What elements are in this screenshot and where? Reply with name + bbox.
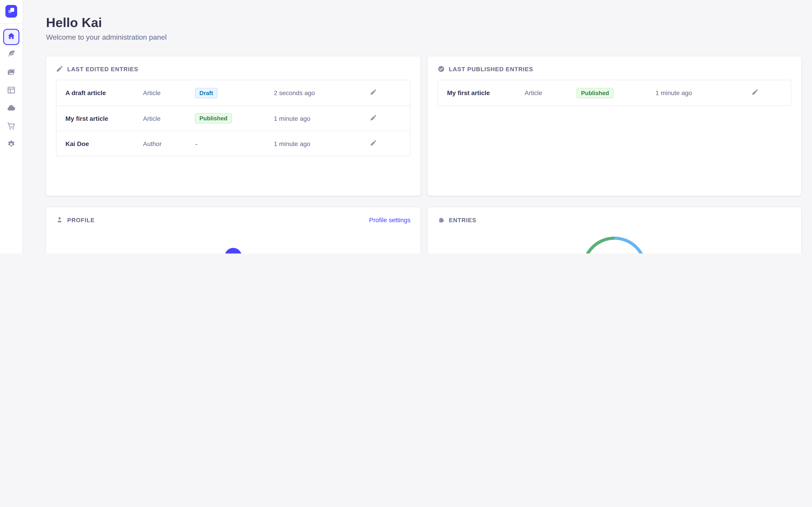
last-published-table: My first article Article Published 1 min… bbox=[438, 80, 791, 106]
page-subtitle: Welcome to your administration panel bbox=[46, 33, 801, 42]
main-content: Hello Kai Welcome to your administration… bbox=[23, 0, 812, 253]
edit-pencil-icon bbox=[370, 139, 376, 148]
entries-chart-card: ENTRIES 3 entries Draft bbox=[428, 207, 801, 253]
edit-entry-button[interactable] bbox=[368, 113, 378, 124]
last-edited-table: A draft article Article Draft 2 seconds … bbox=[56, 80, 410, 156]
entry-name: My first article bbox=[447, 89, 525, 97]
media-icon bbox=[7, 68, 16, 78]
gear-icon bbox=[7, 140, 16, 151]
table-row: My first article Article Published 1 min… bbox=[56, 105, 410, 131]
table-row: A draft article Article Draft 2 seconds … bbox=[56, 80, 410, 105]
entry-type: Article bbox=[143, 115, 195, 122]
sidebar-item-content-manager[interactable] bbox=[2, 46, 20, 64]
edit-entry-button[interactable] bbox=[749, 88, 760, 98]
table-row: My first article Article Published 1 min… bbox=[438, 80, 791, 105]
last-published-entries-card: LAST PUBLISHED ENTRIES My first article … bbox=[428, 56, 801, 195]
profile-card: PROFILE Profile settings KD Kai Doe kai.… bbox=[46, 207, 420, 253]
strapi-logo-icon bbox=[5, 5, 17, 18]
home-icon bbox=[7, 32, 15, 42]
entry-name: Kai Doe bbox=[65, 140, 143, 147]
entry-time: 2 seconds ago bbox=[274, 89, 368, 97]
admin-dashboard: KD Hello Kai Welcome to your administrat… bbox=[0, 0, 812, 253]
entry-name: My first article bbox=[65, 115, 143, 122]
card-header: ENTRIES bbox=[438, 216, 791, 224]
edit-entry-button[interactable] bbox=[368, 138, 378, 149]
edit-pencil-icon bbox=[370, 89, 376, 97]
profile-settings-link[interactable]: Profile settings bbox=[369, 216, 410, 224]
sidebar-item-home[interactable] bbox=[3, 29, 19, 45]
user-icon bbox=[56, 216, 63, 224]
layout-icon bbox=[7, 86, 16, 97]
table-row: Kai Doe Author - 1 minute ago bbox=[56, 131, 410, 156]
card-header: PROFILE Profile settings bbox=[56, 216, 410, 224]
entries-donut: 3 entries bbox=[582, 237, 647, 253]
card-title: PROFILE bbox=[67, 217, 95, 223]
dashboard-grid: LAST EDITED ENTRIES A draft article Arti… bbox=[46, 56, 801, 253]
entry-name: A draft article bbox=[65, 89, 143, 97]
feather-icon bbox=[7, 50, 16, 60]
check-circle-icon bbox=[438, 65, 445, 72]
sidebar-item-settings[interactable] bbox=[2, 136, 20, 154]
cart-icon bbox=[7, 122, 16, 132]
cloud-icon bbox=[7, 104, 16, 114]
donut-chart-wrap: 3 entries Draft Published bbox=[438, 224, 791, 253]
entry-type: Article bbox=[525, 89, 576, 97]
sidebar-item-content-type-builder[interactable] bbox=[2, 82, 20, 100]
workspace-button[interactable] bbox=[5, 6, 17, 17]
sidebar-item-marketplace[interactable] bbox=[2, 118, 20, 136]
profile-body: KD Kai Doe kai.doe@strapi.io SUPER ADMIN bbox=[56, 224, 410, 253]
card-header: LAST PUBLISHED ENTRIES bbox=[438, 65, 791, 72]
pencil-icon bbox=[56, 65, 63, 72]
entry-time: 1 minute ago bbox=[274, 140, 368, 147]
edit-pencil-icon bbox=[370, 114, 376, 122]
status-badge: Published bbox=[195, 113, 232, 123]
card-title: ENTRIES bbox=[449, 217, 476, 223]
sidebar-nav bbox=[2, 28, 20, 154]
status-badge: - bbox=[195, 138, 198, 149]
sidebar-item-cloud[interactable] bbox=[2, 100, 20, 118]
sidebar: KD bbox=[0, 0, 23, 253]
last-edited-entries-card: LAST EDITED ENTRIES A draft article Arti… bbox=[46, 56, 420, 195]
card-title: LAST PUBLISHED ENTRIES bbox=[449, 66, 533, 72]
card-title: LAST EDITED ENTRIES bbox=[67, 66, 138, 72]
entry-type: Author bbox=[143, 140, 195, 147]
edit-pencil-icon bbox=[751, 89, 758, 97]
entry-type: Article bbox=[143, 89, 195, 97]
sidebar-item-media-library[interactable] bbox=[2, 64, 20, 82]
puzzle-icon bbox=[438, 216, 445, 224]
profile-avatar: KD bbox=[225, 248, 242, 253]
status-badge: Draft bbox=[195, 88, 218, 98]
entry-time: 1 minute ago bbox=[274, 115, 368, 122]
page-title: Hello Kai bbox=[46, 15, 801, 30]
entry-time: 1 minute ago bbox=[655, 89, 749, 97]
card-header: LAST EDITED ENTRIES bbox=[56, 65, 410, 72]
edit-entry-button[interactable] bbox=[368, 88, 378, 98]
status-badge: Published bbox=[576, 88, 613, 98]
sidebar-divider-top bbox=[0, 23, 23, 24]
